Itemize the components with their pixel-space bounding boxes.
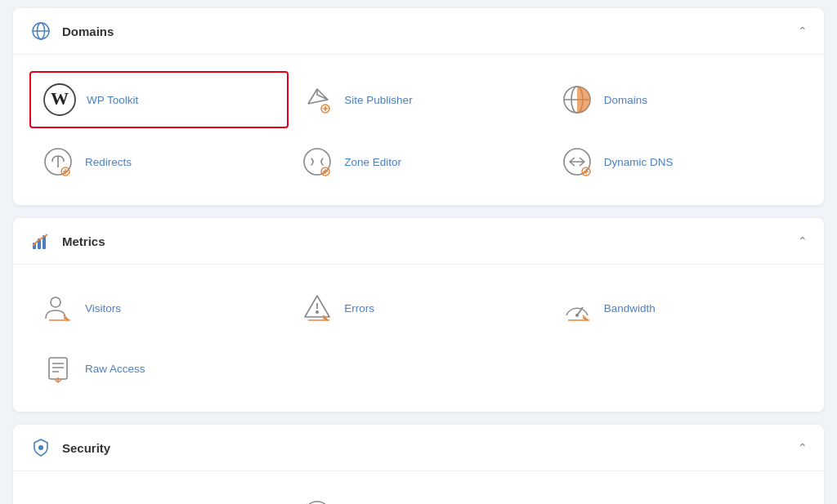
- raw-access-label: Raw Access: [85, 363, 145, 375]
- domains-section-title: Domains: [62, 25, 114, 38]
- ssh-access-item[interactable]: >_SSH SSH Access: [29, 488, 289, 504]
- domains-label: Domains: [604, 94, 647, 106]
- redirects-icon: [41, 145, 75, 179]
- ssl-tls-item[interactable]: SSL/TLS: [548, 488, 808, 504]
- security-section-body: >_SSH SSH Access IP IP Blocker: [13, 471, 824, 504]
- redirects-item[interactable]: Redirects: [29, 135, 289, 189]
- metrics-header-left: Metrics: [29, 230, 105, 252]
- metrics-section-icon: [29, 230, 52, 252]
- site-publisher-item[interactable]: Site Publisher: [289, 71, 548, 128]
- security-section-title: Security: [62, 441, 110, 455]
- metrics-section: Metrics ⌃ Visitors: [13, 218, 824, 412]
- dynamic-dns-item[interactable]: Dynamic DNS: [548, 135, 808, 189]
- security-section: Security ⌃ >_SSH SSH Access: [13, 425, 824, 504]
- wp-toolkit-item[interactable]: W WP Toolkit: [29, 71, 289, 128]
- metrics-section-title: Metrics: [62, 234, 105, 248]
- bandwidth-icon: [560, 291, 594, 325]
- domains-section-body: W WP Toolkit Site Publis: [13, 55, 824, 205]
- domains-item[interactable]: Domains: [548, 71, 808, 128]
- domains-section: Domains ⌃ W WP Toolkit: [13, 8, 824, 205]
- security-chevron-icon: ⌃: [798, 441, 808, 454]
- svg-point-19: [304, 149, 330, 175]
- svg-line-7: [308, 100, 328, 104]
- domains-section-header[interactable]: Domains ⌃: [13, 8, 824, 55]
- site-publisher-icon: [300, 83, 334, 117]
- svg-point-45: [38, 445, 43, 450]
- domains-icon: [560, 83, 594, 117]
- raw-access-item[interactable]: Raw Access: [29, 341, 289, 395]
- ssh-access-icon: >_SSH: [41, 497, 75, 504]
- domains-section-icon: [29, 20, 52, 42]
- svg-text:W: W: [51, 88, 69, 109]
- visitors-label: Visitors: [85, 302, 121, 314]
- errors-icon: [300, 291, 334, 325]
- svg-point-38: [575, 314, 579, 317]
- metrics-chevron-icon: ⌃: [798, 234, 808, 248]
- zone-editor-item[interactable]: Zone Editor: [289, 135, 548, 189]
- visitors-icon: [41, 291, 75, 325]
- bandwidth-item[interactable]: Bandwidth: [548, 281, 808, 335]
- ip-blocker-item[interactable]: IP IP Blocker: [289, 488, 548, 504]
- bandwidth-label: Bandwidth: [604, 302, 656, 314]
- visitors-item[interactable]: Visitors: [29, 281, 289, 335]
- errors-label: Errors: [344, 302, 374, 314]
- main-content: Domains ⌃ W WP Toolkit: [0, 0, 837, 504]
- dynamic-dns-label: Dynamic DNS: [604, 156, 674, 168]
- metrics-section-header[interactable]: Metrics ⌃: [13, 218, 824, 265]
- wp-toolkit-icon: W: [43, 83, 77, 117]
- domains-chevron-icon: ⌃: [798, 25, 808, 38]
- svg-point-31: [51, 297, 60, 307]
- wp-toolkit-label: WP Toolkit: [87, 94, 138, 106]
- redirects-label: Redirects: [85, 156, 132, 168]
- dynamic-dns-icon: [560, 145, 594, 179]
- zone-editor-icon: [300, 145, 334, 179]
- security-section-icon: [29, 436, 52, 459]
- ssl-tls-icon: [560, 497, 594, 504]
- svg-marker-5: [317, 89, 328, 100]
- site-publisher-label: Site Publisher: [344, 94, 412, 106]
- security-header-left: Security: [29, 436, 110, 459]
- svg-point-34: [316, 310, 319, 314]
- domains-header-left: Domains: [29, 20, 114, 42]
- errors-item[interactable]: Errors: [289, 281, 548, 335]
- zone-editor-label: Zone Editor: [344, 156, 401, 168]
- security-section-header[interactable]: Security ⌃: [13, 425, 824, 471]
- svg-rect-40: [49, 358, 67, 379]
- metrics-section-body: Visitors Errors: [13, 265, 824, 412]
- raw-access-icon: [41, 351, 75, 386]
- ip-blocker-icon: IP: [300, 497, 334, 504]
